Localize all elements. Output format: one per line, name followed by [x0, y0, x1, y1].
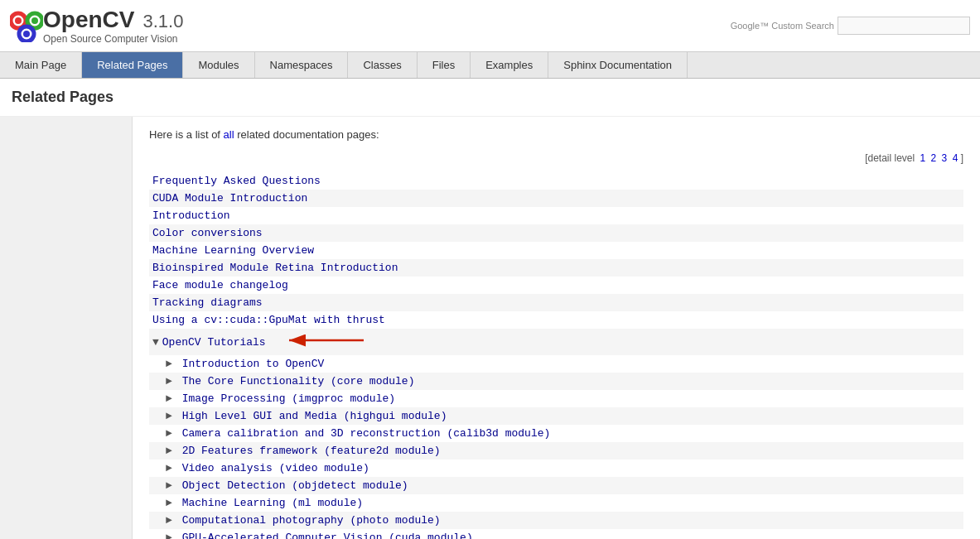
logo-text: OpenCV 3.1.0 Open Source Computer Vision — [43, 7, 183, 45]
list-item: ► GPU-Accelerated Computer Vision (cuda … — [149, 529, 963, 539]
list-item: Using a cv::cuda::GpuMat with thrust — [149, 311, 963, 329]
sub-prefix-icon: ► — [166, 445, 172, 457]
sub-prefix-icon: ► — [166, 462, 172, 474]
list-item-opencv-tutorials: ▼ OpenCV Tutorials — [149, 329, 963, 355]
items-list: Frequently Asked Questions CUDA Module I… — [149, 172, 963, 539]
list-item: Tracking diagrams — [149, 294, 963, 311]
nav-modules[interactable]: Modules — [183, 52, 254, 78]
list-item: ► Object Detection (objdetect module) — [149, 477, 963, 494]
detail-level-4[interactable]: 4 — [953, 152, 958, 164]
list-item: ► Machine Learning (ml module) — [149, 494, 963, 512]
link-ml-module[interactable]: Machine Learning (ml module) — [182, 497, 363, 509]
list-item: Color conversions — [149, 224, 963, 242]
link-ml-overview[interactable]: Machine Learning Overview — [152, 244, 314, 257]
nav-sphinx-documentation[interactable]: Sphinx Documentation — [548, 52, 688, 78]
link-image-processing[interactable]: Image Processing (imgproc module) — [182, 392, 395, 405]
sub-prefix-icon: ► — [166, 375, 172, 387]
nav-namespaces[interactable]: Namespaces — [255, 52, 349, 78]
sub-prefix-icon: ► — [166, 427, 172, 440]
detail-level-3[interactable]: 3 — [942, 152, 948, 164]
nav-classes[interactable]: Classes — [348, 52, 417, 78]
link-objdetect[interactable]: Object Detection (objdetect module) — [182, 479, 408, 492]
nav-related-pages[interactable]: Related Pages — [82, 52, 183, 78]
list-item: Bioinspired Module Retina Introduction — [149, 259, 963, 277]
logo-version: 3.1.0 — [142, 11, 183, 32]
svg-point-5 — [23, 31, 30, 37]
sidebar — [0, 117, 133, 539]
list-item: Introduction — [149, 207, 963, 224]
list-item: ► Computational photography (photo modul… — [149, 512, 963, 529]
svg-point-3 — [15, 17, 22, 24]
arrow-annotation — [273, 331, 372, 353]
list-item: Machine Learning Overview — [149, 242, 963, 259]
detail-level-bracket: ] — [961, 152, 963, 164]
link-cuda[interactable]: GPU-Accelerated Computer Vision (cuda mo… — [182, 532, 473, 539]
link-highgui[interactable]: High Level GUI and Media (highgui module… — [182, 410, 447, 422]
link-bioinspired[interactable]: Bioinspired Module Retina Introduction — [152, 262, 398, 274]
list-item: ► The Core Functionality (core module) — [149, 373, 963, 390]
triangle-down-icon: ▼ — [152, 336, 159, 349]
svg-point-4 — [31, 17, 38, 24]
list-item: ► Image Processing (imgproc module) — [149, 390, 963, 407]
link-cuda-intro[interactable]: CUDA Module Introduction — [152, 192, 307, 205]
logo-title: OpenCV 3.1.0 — [43, 7, 183, 33]
search-label: Google™ Custom Search — [731, 21, 834, 31]
list-item: ► High Level GUI and Media (highgui modu… — [149, 407, 963, 425]
search-box: Google™ Custom Search — [731, 17, 970, 35]
list-item: CUDA Module Introduction — [149, 190, 963, 207]
nav-examples[interactable]: Examples — [471, 52, 548, 78]
header: OpenCV 3.1.0 Open Source Computer Vision… — [0, 0, 980, 52]
intro-all-highlight: all — [224, 128, 234, 141]
sub-prefix-icon: ► — [166, 410, 172, 422]
list-item: ► 2D Features framework (feature2d modul… — [149, 442, 963, 460]
navigation: Main Page Related Pages Modules Namespac… — [0, 52, 980, 79]
list-item: ► Introduction to OpenCV — [149, 355, 963, 373]
main-content: Here is a list of all related documentat… — [133, 117, 980, 539]
link-photo[interactable]: Computational photography (photo module) — [182, 514, 441, 527]
link-introduction[interactable]: Introduction — [152, 209, 230, 222]
sub-prefix-icon: ► — [166, 479, 172, 492]
link-gpumat[interactable]: Using a cv::cuda::GpuMat with thrust — [152, 314, 385, 326]
content-wrapper: Here is a list of all related documentat… — [0, 117, 980, 539]
nav-main-page[interactable]: Main Page — [0, 52, 82, 78]
link-feature2d[interactable]: 2D Features framework (feature2d module) — [182, 445, 441, 457]
link-faq[interactable]: Frequently Asked Questions — [152, 175, 321, 187]
list-item: ► Camera calibration and 3D reconstructi… — [149, 425, 963, 442]
logo-icon — [10, 9, 43, 42]
detail-level-label: [detail level — [865, 152, 915, 164]
search-input[interactable] — [838, 17, 970, 35]
sub-prefix-icon: ► — [166, 497, 172, 509]
detail-level-1[interactable]: 1 — [920, 152, 926, 164]
page-title: Related Pages — [0, 79, 980, 117]
sub-prefix-icon: ► — [166, 514, 172, 527]
detail-level-2[interactable]: 2 — [931, 152, 937, 164]
detail-level: [detail level 1 2 3 4 ] — [149, 152, 963, 164]
link-tracking-diagrams[interactable]: Tracking diagrams — [152, 296, 263, 309]
intro-text: Here is a list of all related documentat… — [149, 128, 963, 141]
link-video[interactable]: Video analysis (video module) — [182, 462, 369, 474]
link-core-functionality[interactable]: The Core Functionality (core module) — [182, 375, 415, 387]
link-face-changelog[interactable]: Face module changelog — [152, 279, 288, 291]
link-color-conversions[interactable]: Color conversions — [152, 227, 263, 239]
sub-prefix-icon: ► — [166, 532, 172, 539]
sub-prefix-icon: ► — [166, 392, 172, 405]
link-intro-opencv[interactable]: Introduction to OpenCV — [182, 358, 325, 370]
link-opencv-tutorials[interactable]: OpenCV Tutorials — [162, 336, 266, 349]
logo-subtitle: Open Source Computer Vision — [43, 33, 183, 45]
logo-name: OpenCV — [43, 7, 134, 33]
link-calib3d[interactable]: Camera calibration and 3D reconstruction… — [182, 427, 551, 440]
list-item: Frequently Asked Questions — [149, 172, 963, 190]
list-item: Face module changelog — [149, 277, 963, 294]
sub-prefix-icon: ► — [166, 358, 172, 370]
nav-files[interactable]: Files — [418, 52, 471, 78]
list-item: ► Video analysis (video module) — [149, 460, 963, 477]
